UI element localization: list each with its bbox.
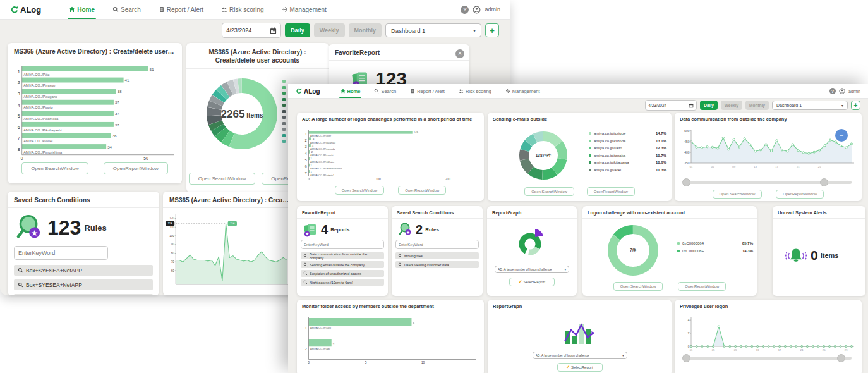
svg-text:110: 110 [170, 226, 175, 229]
nav-search[interactable]: Search [374, 84, 396, 98]
report-icon [159, 6, 165, 13]
date-picker[interactable] [645, 100, 697, 111]
list-item[interactable]: Moving files [395, 252, 479, 259]
front-window: ALog Home Search Report / Alert Risk sco… [288, 84, 868, 373]
nav-management[interactable]: Management [282, 0, 327, 19]
saved-search-list: Moving filesUsers viewing customer data [392, 252, 483, 268]
slider-track[interactable] [685, 357, 852, 360]
svg-text:400: 400 [684, 150, 690, 154]
svg-text:2: 2 [688, 331, 690, 335]
alog-logo[interactable]: ALog [296, 88, 320, 95]
bell-icon [784, 247, 808, 264]
open-search-window-button[interactable]: Open SearchWindow [524, 187, 574, 196]
user-icon[interactable] [839, 88, 845, 94]
gear-icon [505, 89, 510, 94]
saved-search-count: ★ 2 Rules [398, 222, 483, 237]
nav-search[interactable]: Search [112, 0, 141, 19]
report-select[interactable]: AD: A large number of logon challenge ▾ [495, 266, 569, 273]
svg-text:01: 01 [690, 348, 693, 352]
panel-report-graph-pie: ReportGraph AD: A large number of logon … [487, 206, 577, 296]
period-weekly-button[interactable]: Weekly [314, 23, 345, 37]
date-picker[interactable] [222, 23, 281, 38]
keyword-input[interactable] [301, 240, 384, 249]
list-item[interactable]: Box+SYESEA+NetAPP [14, 265, 153, 276]
svg-text:0: 0 [21, 156, 23, 161]
open-report-window-button[interactable]: OpenReportWindow [398, 186, 446, 195]
svg-text:6: 6 [18, 125, 20, 130]
svg-text:3: 3 [18, 92, 20, 96]
svg-text:1: 1 [311, 157, 313, 160]
legend-item: amiya.co.jp\kitagawa10.6% [589, 161, 666, 164]
panel-privileged-logon: Privileged user logon 024010509131721252… [675, 300, 862, 373]
select-report-button[interactable]: ✓ SelectReport [557, 363, 603, 372]
date-range-slider[interactable] [682, 178, 854, 186]
saved-search-list: Box+SYESEA+NetAPPBox+SYESEA+NetAPPBox+SY… [8, 265, 159, 295]
date-input[interactable] [226, 27, 267, 34]
slider-handle-right[interactable] [837, 354, 845, 362]
help-icon[interactable]: ? [461, 6, 469, 14]
select-report-button[interactable]: ✓ SelectReport [509, 278, 555, 286]
panel-saved-search: Saved Search Conditions ★ 2 Rules Moving… [392, 206, 483, 296]
open-search-window-button[interactable]: Open SearchWindow [189, 173, 256, 185]
open-report-window-button[interactable]: OpenReportWindow [104, 162, 168, 174]
alog-logo[interactable]: ALog [10, 5, 41, 15]
close-icon[interactable]: × [455, 49, 464, 58]
nav-report-alert[interactable]: Report / Alert [410, 84, 445, 98]
calendar-icon[interactable] [689, 103, 694, 108]
list-item[interactable]: Suspicion of unauthorized access [301, 270, 384, 277]
desktop: ALog Home Search Report / Alert Risk sco… [0, 0, 868, 373]
open-search-window-button[interactable]: Open SearchWindow [21, 162, 88, 174]
svg-text:★: ★ [305, 231, 309, 236]
slider-handle-left[interactable] [682, 178, 690, 186]
report-select[interactable]: AD: A large number of logon challenge ▾ [533, 352, 627, 359]
open-search-window-button[interactable]: Open SearchWindow [713, 190, 763, 199]
list-item[interactable]: Night access (10pm to 6am) [301, 279, 384, 286]
nav-risk-scoring[interactable]: Risk scoring [459, 84, 491, 98]
nav-home[interactable]: Home [341, 84, 361, 98]
dashboard-select[interactable]: Dashboard 1 ▾ [772, 101, 848, 110]
svg-text:AMIYA.CO.JP\goto: AMIYA.CO.JP\goto [23, 106, 52, 109]
svg-text:2: 2 [333, 343, 335, 346]
front-toolbar: Daily Weekly Monthly Dashboard 1 ▾ + [645, 100, 860, 111]
open-search-window-button[interactable]: Open SearchWindow [613, 282, 663, 291]
chart-menu-button[interactable]: − [835, 129, 848, 142]
open-report-window-button[interactable]: OpenReportWindow [587, 187, 635, 196]
calendar-icon[interactable] [270, 27, 277, 34]
panel-ms365-user-bar: MS365 (Azure Active Directory) : Create/… [8, 43, 182, 183]
svg-text:AMIYA.CO.JP\kameda: AMIYA.CO.JP\kameda [23, 117, 59, 121]
dashboard-select[interactable]: Dashboard 1 ▾ [385, 23, 481, 37]
list-item[interactable]: Sending email outside the company [301, 261, 384, 268]
nav-management[interactable]: Management [505, 84, 540, 98]
list-item[interactable]: Users viewing customer data [395, 261, 479, 268]
nav-home[interactable]: Home [69, 0, 95, 19]
slider-handle-right[interactable] [820, 178, 828, 186]
open-report-window-button[interactable]: OpenReportWindow [776, 190, 824, 199]
panel-title: ReportGraph [488, 300, 672, 312]
period-weekly-button[interactable]: Weekly [721, 101, 742, 110]
slider-handle-left[interactable] [682, 354, 690, 362]
period-daily-button[interactable]: Daily [285, 23, 310, 37]
svg-text:50: 50 [143, 156, 148, 161]
list-item[interactable]: Box+SYESEA+NetAPP [14, 294, 153, 295]
nav-report-alert[interactable]: Report / Alert [159, 0, 203, 19]
keyword-input[interactable] [14, 246, 108, 260]
svg-text:09: 09 [732, 165, 735, 168]
add-dashboard-button[interactable]: + [851, 101, 860, 110]
open-report-window-button[interactable]: OpenReportWindow [678, 282, 726, 291]
svg-text:8: 8 [18, 147, 20, 152]
period-monthly-button[interactable]: Monthly [349, 23, 382, 37]
period-monthly-button[interactable]: Monthly [745, 101, 769, 110]
keyword-input[interactable] [395, 240, 479, 249]
add-dashboard-button[interactable]: + [485, 23, 499, 37]
search-icon [303, 254, 308, 258]
open-search-window-button[interactable]: Open SearchWindow [335, 186, 385, 195]
list-item[interactable]: Box+SYESEA+NetAPP [14, 279, 153, 290]
list-item[interactable]: Data communication from outside the comp… [301, 252, 384, 259]
nav-risk-scoring[interactable]: Risk scoring [221, 0, 263, 19]
period-daily-button[interactable]: Daily [700, 101, 718, 110]
user-icon[interactable] [473, 6, 481, 14]
svg-text:AMIYA.CO.JP\abc: AMIYA.CO.JP\abc [310, 347, 330, 350]
date-input[interactable] [648, 103, 687, 107]
date-range-slider[interactable] [682, 354, 854, 362]
help-icon[interactable]: ? [829, 88, 836, 94]
